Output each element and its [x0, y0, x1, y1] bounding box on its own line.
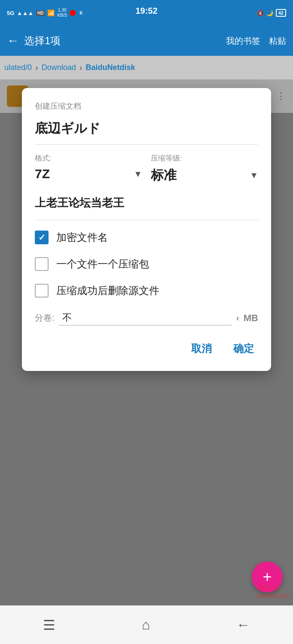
mute-icon: 🔇 — [257, 10, 264, 16]
filename-divider — [35, 144, 258, 145]
format-group: 格式: 7Z ▼ — [35, 153, 142, 181]
delete-source-label: 压缩成功后删除源文件 — [56, 284, 159, 298]
format-select[interactable]: 7Z ▼ — [35, 167, 142, 181]
format-label: 格式: — [35, 153, 142, 163]
breadcrumb-sep2: › — [79, 63, 82, 73]
signal-bars-icon: ▲▲▲ — [17, 10, 34, 16]
watermark: 老王论坛 taowang.vip — [256, 584, 289, 599]
paste-button[interactable]: 粘贴 — [269, 35, 286, 47]
red-notification-dot — [70, 10, 76, 16]
compression-group: 压缩等级: 标准 ▼ — [151, 153, 258, 184]
breadcrumb-baidunetdisk[interactable]: BaiduNetdisk — [85, 63, 135, 72]
split-label: 分卷: — [35, 312, 55, 324]
compression-dropdown-arrow-icon: ▼ — [250, 170, 258, 180]
hd-badge: HD — [36, 10, 45, 16]
compression-label: 压缩等级: — [151, 153, 258, 163]
compression-select[interactable]: 标准 ▼ — [151, 167, 258, 184]
split-volume-row: 分卷: ‹ MB — [35, 310, 258, 325]
format-value: 7Z — [35, 167, 50, 181]
confirm-button[interactable]: 确定 — [229, 338, 258, 359]
bottom-nav: ☰ ⌂ ← — [0, 605, 293, 644]
compression-value: 标准 — [151, 167, 177, 184]
nav-title: 选择1项 — [24, 34, 221, 48]
format-dropdown-arrow-icon: ▼ — [134, 169, 142, 179]
checkmark-icon: ✓ — [38, 232, 46, 243]
cancel-button[interactable]: 取消 — [187, 338, 216, 359]
wifi-icon: 📶 — [47, 9, 55, 16]
signal-5g: 5G — [7, 10, 14, 16]
speed-text: 1.30 KB/S — [57, 8, 67, 18]
one-file-per-archive-checkbox[interactable] — [35, 257, 49, 271]
password-divider — [35, 220, 258, 220]
nav-home-icon[interactable]: ⌂ — [142, 617, 150, 633]
status-left: 5G ▲▲▲ HD 📶 1.30 KB/S K — [7, 8, 84, 18]
breadcrumb-download[interactable]: Download — [42, 63, 76, 72]
background-content: ⋮ 创建压缩文档 底辺ギルド 格式: 7Z ▼ 压缩等级: — [0, 79, 293, 644]
nav-back-icon[interactable]: ← — [236, 617, 250, 633]
dialog-overlay: 创建压缩文档 底辺ギルド 格式: 7Z ▼ 压缩等级: 标准 ▼ — [0, 79, 293, 644]
status-right: 🔇 🌙 42 — [257, 9, 286, 17]
nav-bar: ← 选择1项 我的书签 粘贴 — [0, 26, 293, 56]
delete-source-checkbox[interactable] — [35, 284, 49, 298]
k-badge: K — [78, 10, 84, 16]
battery-indicator: 42 — [276, 9, 286, 17]
breadcrumb-sep1: › — [35, 63, 38, 73]
bookmark-button[interactable]: 我的书签 — [226, 35, 260, 47]
split-unit: MB — [244, 313, 258, 324]
fab-plus-icon: + — [262, 568, 272, 586]
dialog-title: 创建压缩文档 — [35, 101, 258, 111]
split-arrow-icon: ‹ — [236, 313, 239, 323]
moon-icon: 🌙 — [266, 10, 273, 16]
dialog-buttons: 取消 确定 — [35, 338, 258, 359]
breadcrumb-part1[interactable]: ulated/0 — [4, 63, 32, 72]
one-file-per-archive-row: 一个文件一个压缩包 — [35, 257, 258, 271]
one-file-per-archive-label: 一个文件一个压缩包 — [56, 257, 149, 271]
nav-actions: 我的书签 粘贴 — [226, 35, 286, 47]
encrypt-filename-row: ✓ 加密文件名 — [35, 231, 258, 244]
delete-source-row: 压缩成功后删除源文件 — [35, 284, 258, 298]
format-compression-row: 格式: 7Z ▼ 压缩等级: 标准 ▼ — [35, 153, 258, 184]
status-bar: 5G ▲▲▲ HD 📶 1.30 KB/S K 19:52 🔇 🌙 42 — [0, 0, 293, 26]
nav-menu-icon[interactable]: ☰ — [43, 617, 55, 633]
breadcrumb: ulated/0 › Download › BaiduNetdisk — [0, 56, 293, 79]
create-archive-dialog: 创建压缩文档 底辺ギルド 格式: 7Z ▼ 压缩等级: 标准 ▼ — [22, 88, 271, 371]
split-input[interactable] — [59, 310, 232, 325]
dialog-filename[interactable]: 底辺ギルド — [35, 120, 258, 137]
encrypt-filename-label: 加密文件名 — [56, 231, 108, 244]
status-time: 19:52 — [135, 6, 157, 16]
back-button[interactable]: ← — [7, 34, 19, 48]
password-field[interactable]: 上老王论坛当老王 — [35, 193, 258, 213]
encrypt-filename-checkbox[interactable]: ✓ — [35, 231, 49, 244]
